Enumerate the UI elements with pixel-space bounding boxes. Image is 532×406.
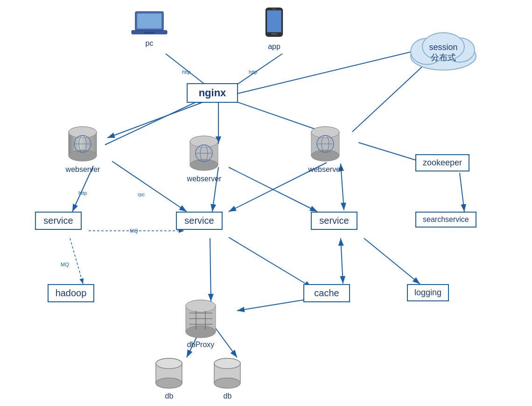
svg-line-20 — [341, 238, 343, 284]
hadoop-box: hadoop — [48, 284, 94, 302]
db1-label: db — [165, 392, 174, 400]
webserver-right-label: webserver — [308, 165, 343, 174]
zookeeper-box: zookeeper — [415, 154, 469, 171]
webserver-right-node: webserver — [308, 124, 343, 174]
session-node: session 分布式 — [406, 21, 481, 74]
http-label-3: http — [78, 190, 87, 196]
svg-line-18 — [70, 238, 83, 284]
svg-point-58 — [311, 127, 339, 138]
svg-point-57 — [311, 150, 339, 161]
svg-line-22 — [229, 237, 312, 287]
svg-point-78 — [214, 358, 240, 369]
dbproxy-label: dbProxy — [187, 341, 215, 349]
searchservice-label: searchservice — [423, 215, 469, 223]
logging-label: logging — [414, 288, 441, 297]
searchservice-box: searchservice — [415, 212, 476, 228]
webserver-left-label: webserver — [66, 165, 100, 174]
svg-rect-28 — [137, 14, 161, 28]
svg-line-4 — [107, 100, 208, 138]
cache-label: cache — [314, 288, 339, 298]
mq-label-2: MQ — [61, 262, 69, 267]
svg-rect-32 — [267, 10, 281, 32]
pc-label: pc — [146, 39, 154, 48]
zookeeper-node: zookeeper — [415, 154, 469, 171]
svg-point-77 — [214, 378, 240, 388]
mq-label-1: MQ — [130, 228, 138, 234]
svg-point-74 — [156, 358, 182, 369]
app-node: app — [264, 7, 285, 51]
pc-node: pc — [131, 9, 168, 48]
service-mid-box: service — [176, 212, 223, 230]
svg-point-65 — [186, 300, 216, 312]
http-label-1: http — [182, 69, 190, 75]
db1-node: db — [154, 355, 184, 400]
service-left-label: service — [43, 215, 73, 226]
svg-point-73 — [156, 378, 182, 388]
svg-point-43 — [69, 150, 97, 161]
svg-rect-33 — [271, 33, 277, 35]
svg-point-51 — [190, 136, 218, 147]
nginx-box: nginx — [187, 83, 238, 103]
hadoop-label: hadoop — [56, 288, 87, 298]
nginx-label: nginx — [199, 87, 226, 99]
db2-node: db — [212, 355, 243, 400]
svg-line-21 — [364, 238, 420, 284]
svg-line-16 — [460, 173, 464, 212]
svg-line-19 — [210, 238, 211, 301]
nginx-node: nginx — [187, 83, 238, 103]
service-right-label: service — [319, 215, 349, 226]
webserver-left-node: webserver — [65, 124, 100, 174]
svg-text:分布式: 分布式 — [431, 53, 456, 62]
zookeeper-label: zookeeper — [423, 158, 462, 167]
svg-point-44 — [69, 127, 97, 138]
service-right-box: service — [311, 212, 357, 230]
diagram: http http http rpc MQ MQ pc app nginx — [0, 0, 532, 406]
logging-box: logging — [407, 284, 449, 301]
svg-text:session: session — [429, 43, 457, 52]
svg-point-50 — [190, 159, 218, 171]
service-left-node: service — [35, 212, 82, 230]
service-mid-node: service — [176, 212, 223, 230]
app-label: app — [268, 43, 280, 51]
svg-rect-34 — [272, 9, 276, 10]
svg-line-10 — [112, 161, 187, 212]
svg-line-12 — [229, 167, 317, 212]
webserver-mid-node: webserver — [187, 133, 222, 183]
db2-label: db — [224, 392, 232, 400]
service-mid-label: service — [184, 215, 214, 226]
service-right-node: service — [311, 212, 357, 230]
svg-rect-30 — [144, 32, 155, 34]
cache-node: cache — [303, 284, 350, 302]
http-label-2: http — [249, 69, 257, 75]
service-left-box: service — [35, 212, 82, 230]
logging-node: logging — [407, 284, 449, 301]
hadoop-node: hadoop — [48, 284, 94, 302]
searchservice-node: searchservice — [415, 212, 476, 228]
webserver-mid-label: webserver — [187, 175, 222, 183]
cache-box: cache — [303, 284, 350, 302]
svg-point-64 — [186, 326, 216, 338]
dbproxy-node: dbProxy — [182, 299, 219, 349]
rpc-label: rpc — [138, 192, 145, 197]
